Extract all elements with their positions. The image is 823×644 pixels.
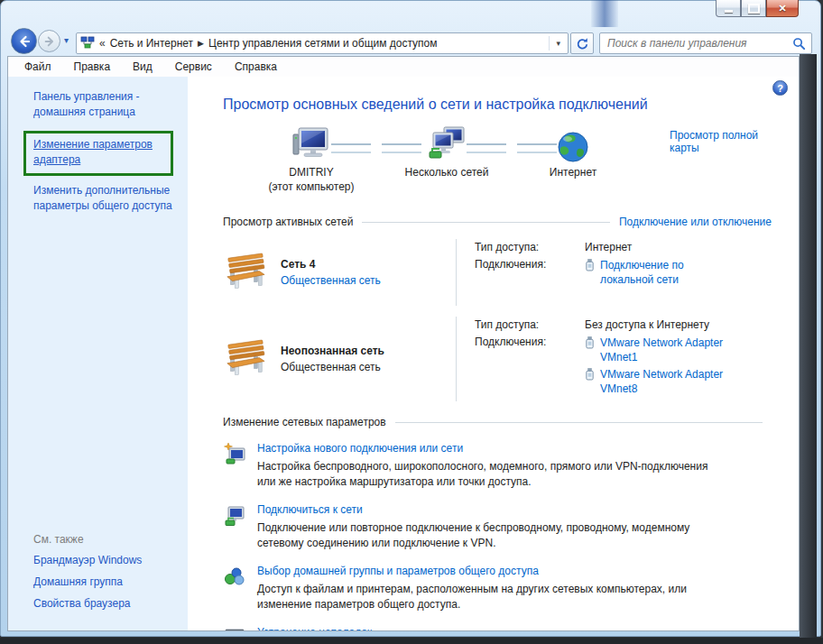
- sidebar-item-advanced-sharing-settings[interactable]: Изменить дополнительные параметры общего…: [33, 183, 180, 214]
- task-connect-to-network: Подключиться к сети Подключение или повт…: [223, 502, 772, 551]
- access-type-label: Тип доступа:: [475, 241, 585, 253]
- connection-link[interactable]: VMware Network Adapter VMnet1: [600, 336, 744, 364]
- search-box: [599, 32, 812, 54]
- main-panel: ? Просмотр основных сведений о сети и на…: [188, 77, 799, 630]
- connection-link[interactable]: Подключение по локальной сети: [600, 258, 708, 287]
- network-settings-header: Изменение сетевых параметров: [223, 416, 772, 428]
- breadcrumb-overflow-chevron[interactable]: «: [99, 37, 106, 50]
- map-node-computer[interactable]: DMITRIY (этот компьютер): [257, 118, 365, 194]
- network-category-link[interactable]: Общественная сеть: [281, 274, 456, 287]
- task-description: Доступ к файлам и принтерам, расположенн…: [257, 582, 726, 612]
- maximize-button[interactable]: [741, 0, 766, 17]
- connect-disconnect-link[interactable]: Подключение или отключение: [619, 216, 772, 228]
- address-bar[interactable]: « Сеть и Интернет ▶ Центр управления сет…: [76, 32, 569, 54]
- sidebar-item-internet-options[interactable]: Свойства браузера: [33, 596, 180, 612]
- breadcrumb-current[interactable]: Центр управления сетями и общим доступом: [208, 37, 438, 50]
- map-node-sublabel: (этот компьютер): [257, 179, 365, 194]
- page-title: Просмотр основных сведений о сети и наст…: [223, 97, 772, 113]
- see-also-group: См. также Брандмауэр Windows Домашняя гр…: [33, 533, 180, 618]
- task-sidebar: Панель управления - домашняя страница Из…: [8, 77, 188, 630]
- sidebar-item-control-panel-home[interactable]: Панель управления - домашняя страница: [33, 89, 180, 120]
- section-rule: [362, 222, 610, 223]
- minimize-icon: [725, 10, 733, 13]
- address-dropdown-icon[interactable]: ▾: [549, 36, 564, 51]
- task-description: Настройка беспроводного, широкополосного…: [257, 459, 726, 490]
- task-link[interactable]: Настройка нового подключения или сети: [257, 441, 726, 455]
- network-map: DMITRIY (этот компьютер): [223, 118, 772, 207]
- maximize-icon: [748, 4, 760, 14]
- desktop-edge-right: [800, 54, 817, 638]
- connections-label: Подключения:: [475, 336, 585, 396]
- menu-file[interactable]: Файл: [24, 60, 51, 73]
- help-button[interactable]: ?: [772, 80, 788, 96]
- glass-reflection: [591, 0, 618, 27]
- close-icon: ✕: [778, 3, 786, 14]
- minimize-button[interactable]: [716, 0, 741, 17]
- adapter-plug-icon: [585, 367, 595, 382]
- adapter-plug-icon: [585, 336, 595, 350]
- menu-bar: Файл Правка Вид Сервис Справка: [8, 57, 799, 77]
- multiple-networks-icon: [426, 124, 467, 165]
- back-arrow-icon: [17, 34, 32, 49]
- network-location-icon: [80, 36, 95, 51]
- annotation-box: Изменение параметров адаптера: [23, 131, 173, 176]
- task-link[interactable]: Подключиться к сети: [257, 502, 726, 517]
- menu-view[interactable]: Вид: [133, 60, 153, 73]
- window-controls: ✕: [716, 0, 799, 17]
- computer-icon: [291, 124, 332, 165]
- section-title: Просмотр активных сетей: [223, 216, 353, 228]
- task-new-connection: Настройка нового подключения или сети На…: [223, 441, 772, 490]
- refresh-icon: [576, 37, 589, 51]
- map-node-label: Несколько сетей: [393, 165, 501, 179]
- network-row: Сеть 4 Общественная сеть Тип доступа: Ин…: [223, 239, 772, 306]
- network-row: Неопознанная сеть Общественная сеть Тип …: [223, 317, 772, 401]
- connections-label: Подключения:: [475, 258, 585, 287]
- refresh-button[interactable]: [570, 32, 594, 54]
- map-node-label: Интернет: [519, 165, 627, 179]
- access-type-label: Тип доступа:: [475, 318, 585, 331]
- task-link[interactable]: Выбор домашней группы и параметров общег…: [257, 564, 726, 578]
- bench-network-icon: [223, 317, 266, 401]
- network-name: Сеть 4: [281, 258, 456, 271]
- section-rule: [395, 422, 763, 423]
- back-button[interactable]: [11, 28, 37, 54]
- forward-button[interactable]: [38, 30, 60, 52]
- new-connection-icon: [223, 441, 246, 490]
- breadcrumb-separator-icon[interactable]: ▶: [198, 39, 204, 48]
- recent-pages-dropdown[interactable]: ▾: [64, 35, 69, 45]
- bench-network-icon: [223, 239, 266, 306]
- access-type-value: Без доступа к Интернету: [585, 318, 709, 331]
- task-description: Подключение или повторное подключение к …: [257, 520, 726, 551]
- task-homegroup-sharing: Выбор домашней группы и параметров общег…: [223, 564, 772, 612]
- network-name: Неопознанная сеть: [281, 345, 456, 357]
- sidebar-item-change-adapter-settings[interactable]: Изменение параметров адаптера: [33, 137, 180, 168]
- search-input[interactable]: [606, 36, 792, 51]
- breadcrumb-root[interactable]: Сеть и Интернет: [110, 37, 193, 50]
- view-full-map-link[interactable]: Просмотр полной карты: [670, 129, 772, 154]
- sidebar-item-homegroup[interactable]: Домашняя группа: [33, 575, 180, 590]
- section-title: Изменение сетевых параметров: [223, 416, 386, 428]
- troubleshoot-icon: [223, 625, 246, 630]
- menu-edit[interactable]: Правка: [74, 60, 111, 73]
- map-node-internet[interactable]: Интернет: [519, 118, 627, 179]
- close-button[interactable]: ✕: [766, 0, 799, 17]
- map-node-label: DMITRIY: [257, 165, 365, 179]
- desktop-edge-bottom: [0, 638, 823, 644]
- task-link[interactable]: Устранение неполадок: [257, 625, 702, 630]
- menu-help[interactable]: Справка: [235, 60, 277, 73]
- homegroup-icon: [223, 564, 246, 612]
- sidebar-item-windows-firewall[interactable]: Брандмауэр Windows: [33, 553, 180, 568]
- forward-arrow-icon: [43, 35, 56, 48]
- adapter-plug-icon: [585, 258, 595, 272]
- globe-icon: [555, 129, 591, 165]
- connect-network-icon: [223, 502, 246, 551]
- see-also-header: См. также: [33, 533, 180, 546]
- connection-link[interactable]: VMware Network Adapter VMnet8: [600, 367, 744, 396]
- search-icon[interactable]: [792, 37, 806, 51]
- network-category: Общественная сеть: [281, 361, 456, 373]
- access-type-value: Интернет: [585, 241, 632, 253]
- active-networks-header: Просмотр активных сетей Подключение или …: [223, 216, 772, 228]
- explorer-body: Файл Правка Вид Сервис Справка Панель уп…: [7, 56, 800, 631]
- menu-tools[interactable]: Сервис: [175, 60, 212, 73]
- task-troubleshoot: Устранение неполадок Диагностика и испра…: [223, 625, 772, 630]
